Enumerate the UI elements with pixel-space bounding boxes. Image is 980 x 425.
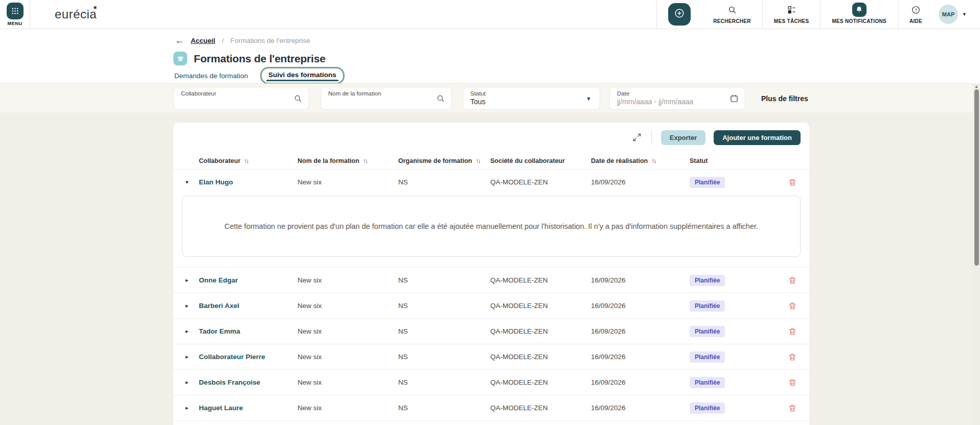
- row-formation: New six: [298, 404, 398, 412]
- delete-row-button[interactable]: [777, 352, 797, 362]
- table-row[interactable]: ▸ Onne Edgar New six NS QA-MODELE-ZEN 16…: [173, 268, 809, 293]
- help-action[interactable]: ? AIDE: [898, 0, 933, 29]
- trash-icon: [788, 378, 797, 387]
- row-collaborateur: Desbois Françoise: [199, 379, 298, 386]
- delete-row-button[interactable]: [777, 276, 797, 285]
- trash-icon: [788, 178, 797, 187]
- column-header-statut: Statut: [690, 157, 777, 164]
- table-row[interactable]: ▾ Elan Hugo New six NS QA-MODELE-ZEN 16/…: [173, 170, 809, 195]
- table-toolbar: Exporter Ajouter une formation: [173, 123, 809, 152]
- formation-filter-input[interactable]: Nom de la formation: [321, 87, 452, 110]
- sort-icon[interactable]: ↑↓: [363, 157, 367, 164]
- vertical-scrollbar[interactable]: ▲: [973, 83, 980, 425]
- delete-row-button[interactable]: [777, 378, 797, 387]
- user-menu[interactable]: MAP ▼: [933, 0, 980, 29]
- menu-button[interactable]: MENU: [0, 0, 30, 29]
- avatar: MAP: [939, 5, 958, 24]
- table-row[interactable]: ▸ Haguet Laure New six NS QA-MODELE-ZEN …: [173, 395, 809, 421]
- row-date: 16/09/2026: [591, 327, 690, 335]
- eurecia-logo[interactable]: eurécia✱: [55, 7, 97, 21]
- tab-suivi-des-formations[interactable]: Suivi des formations: [260, 67, 345, 84]
- row-collaborateur: Onne Edgar: [199, 276, 298, 284]
- tabs: Demandes de formation Suivi des formatio…: [173, 67, 345, 84]
- date-filter-placeholder: jj/mm/aaaa - jj/mm/aaaa: [617, 98, 693, 106]
- sort-icon[interactable]: ↑↓: [244, 157, 248, 164]
- calendar-icon: [730, 94, 739, 103]
- statut-filter-value: Tous: [470, 98, 486, 106]
- row-expand-caret[interactable]: ▾: [186, 179, 199, 185]
- column-header-date[interactable]: Date de réalisation↑↓: [591, 157, 690, 164]
- row-expand-caret[interactable]: ▸: [186, 380, 199, 385]
- collaborateur-filter-input[interactable]: Collaborateur: [173, 87, 309, 110]
- tasks-action[interactable]: MES TÂCHES: [763, 0, 821, 29]
- column-header-organisme[interactable]: Organisme de formation↑↓: [398, 157, 490, 164]
- row-expand-caret[interactable]: ▸: [186, 303, 199, 309]
- row-expand-caret[interactable]: ▸: [186, 328, 199, 334]
- quick-add-button[interactable]: [668, 3, 691, 26]
- row-expand-caret[interactable]: ▸: [186, 405, 199, 411]
- row-expand-caret[interactable]: ▸: [186, 354, 199, 360]
- row-societe: QA-MODELE-ZEN: [490, 327, 591, 335]
- statut-filter-label: Statut: [470, 90, 486, 97]
- table-header-row: Collaborateur↑↓ Nom de la formation↑↓ Or…: [173, 152, 809, 170]
- table-row[interactable]: ▸ Barberi Axel New six NS QA-MODELE-ZEN …: [173, 293, 809, 319]
- notifications-action[interactable]: MES NOTIFICATIONS: [821, 0, 898, 29]
- row-date: 16/09/2026: [591, 276, 690, 284]
- add-formation-button[interactable]: Ajouter une formation: [714, 130, 801, 145]
- column-header-collaborateur[interactable]: Collaborateur↑↓: [199, 157, 298, 164]
- svg-text:?: ?: [915, 7, 917, 12]
- date-filter-label: Date: [617, 90, 629, 97]
- scrollbar-thumb[interactable]: [974, 89, 979, 266]
- filter-bar: Collaborateur Nom de la formation Statut…: [173, 87, 808, 110]
- search-action[interactable]: RECHERCHER: [702, 0, 762, 29]
- table-row[interactable]: ▸ Desbois Françoise New six NS QA-MODELE…: [173, 370, 809, 395]
- page-title: Formations de l'entreprise: [194, 53, 326, 65]
- back-arrow-icon[interactable]: ←: [175, 36, 184, 45]
- row-formation: New six: [298, 178, 398, 186]
- bell-icon: [852, 3, 867, 17]
- row-collaborateur: Collaborateur Pierre: [199, 353, 298, 361]
- date-filter-input[interactable]: Date jj/mm/aaaa - jj/mm/aaaa: [609, 87, 745, 110]
- column-header-formation[interactable]: Nom de la formation↑↓: [298, 157, 398, 164]
- logo-star-icon: ✱: [93, 5, 97, 10]
- breadcrumb: ← Accueil / Formations de l'entreprise: [175, 36, 310, 45]
- more-filters-button[interactable]: Plus de filtres: [761, 95, 808, 103]
- delete-row-button[interactable]: [777, 327, 797, 336]
- tab-demandes-de-formation[interactable]: Demandes de formation: [173, 68, 249, 84]
- delete-row-button[interactable]: [777, 178, 797, 187]
- trash-icon: [788, 327, 797, 336]
- status-badge: Planifiée: [690, 275, 725, 286]
- sort-icon[interactable]: ↑↓: [475, 157, 480, 164]
- fullscreen-expand-icon[interactable]: [632, 132, 642, 143]
- row-formation: New six: [298, 302, 398, 310]
- tasks-icon: [787, 5, 796, 17]
- row-date: 16/09/2026: [591, 379, 690, 386]
- row-organisme: NS: [398, 178, 490, 186]
- formations-table-card: Exporter Ajouter une formation Collabora…: [173, 123, 809, 425]
- trash-icon: [788, 301, 797, 311]
- scroll-up-arrow-icon[interactable]: ▲: [974, 84, 978, 89]
- row-organisme: NS: [398, 379, 490, 386]
- table-body: ▾ Elan Hugo New six NS QA-MODELE-ZEN 16/…: [173, 170, 809, 421]
- delete-row-button[interactable]: [777, 301, 797, 311]
- row-organisme: NS: [398, 353, 490, 361]
- row-collaborateur: Barberi Axel: [199, 302, 298, 310]
- search-label: RECHERCHER: [713, 18, 751, 24]
- export-button[interactable]: Exporter: [661, 130, 705, 145]
- statut-filter-select[interactable]: Statut Tous ▼: [463, 87, 600, 110]
- sort-icon[interactable]: ↑↓: [651, 157, 655, 164]
- status-badge: Planifiée: [690, 326, 725, 337]
- graduation-cap-icon: [173, 52, 187, 65]
- delete-row-button[interactable]: [777, 404, 797, 413]
- column-header-societe: Société du collaborateur: [490, 157, 591, 164]
- table-row[interactable]: ▸ Tador Emma New six NS QA-MODELE-ZEN 16…: [173, 319, 809, 344]
- trash-icon: [788, 276, 797, 285]
- breadcrumb-home-link[interactable]: Accueil: [191, 37, 215, 44]
- menu-grid-icon: [7, 3, 24, 19]
- search-icon: [293, 94, 303, 103]
- row-formation: New six: [298, 379, 398, 386]
- row-expand-caret[interactable]: ▸: [186, 277, 199, 283]
- table-row[interactable]: ▸ Collaborateur Pierre New six NS QA-MOD…: [173, 344, 809, 370]
- help-label: AIDE: [909, 18, 922, 24]
- row-collaborateur: Elan Hugo: [199, 178, 298, 186]
